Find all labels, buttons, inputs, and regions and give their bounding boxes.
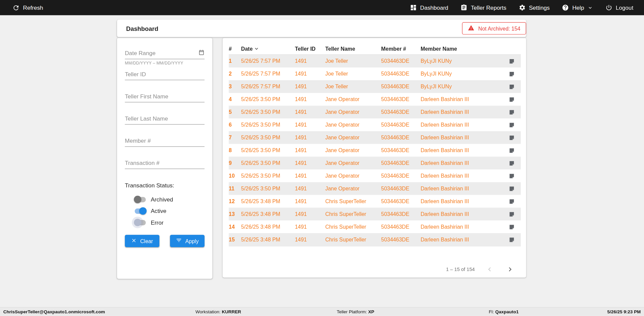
note-icon[interactable]	[509, 237, 515, 242]
pagination-range-label: 1 – 15 of 154	[446, 266, 475, 272]
not-archived-label: Not Archived: 154	[478, 25, 521, 31]
previous-page-button[interactable]	[484, 264, 495, 275]
cell-member-name: ByLyJI KUNy	[421, 84, 503, 90]
next-page-button[interactable]	[504, 264, 516, 275]
nav-dashboard[interactable]: Dashboard	[410, 4, 448, 11]
fi-status: FI: Qaxpauto1	[489, 309, 519, 314]
teller-first-name-field	[125, 92, 205, 102]
workstation-value: KURRER	[222, 309, 241, 314]
logged-in-user: ChrisSuperTeller@Qaxpauto1.onmicrosoft.c…	[3, 309, 105, 314]
table-row[interactable]: 11 5/26/25 3:50 PM 1491 Jane Operator 50…	[229, 182, 521, 195]
nav-label: Teller Reports	[471, 4, 506, 11]
apply-button[interactable]: Apply	[170, 235, 205, 247]
note-icon[interactable]	[509, 198, 515, 204]
transaction-number-input[interactable]	[125, 158, 205, 169]
table-row[interactable]: 6 5/26/25 3:50 PM 1491 Jane Operator 503…	[229, 119, 521, 131]
cell-member-number: 5034463DE	[381, 84, 421, 90]
note-icon[interactable]	[509, 84, 515, 89]
calendar-icon[interactable]	[198, 49, 204, 57]
cell-teller-name: Joe Teller	[325, 58, 381, 64]
nav-label: Logout	[616, 4, 633, 11]
row-number: 8	[229, 147, 241, 153]
note-icon[interactable]	[509, 224, 515, 230]
archived-toggle-switch[interactable]	[135, 197, 146, 202]
col-header-date[interactable]: Date	[241, 45, 295, 53]
nav-logout[interactable]: Logout	[605, 4, 633, 11]
warning-icon	[468, 25, 475, 32]
note-icon[interactable]	[509, 147, 515, 153]
note-icon[interactable]	[509, 160, 515, 166]
current-datetime: 5/26/25 9:23 PM	[607, 309, 641, 314]
member-number-input[interactable]	[125, 136, 205, 147]
cell-date: 5/26/25 3:50 PM	[241, 109, 295, 115]
note-icon[interactable]	[509, 135, 515, 140]
error-toggle-switch[interactable]	[135, 220, 146, 225]
not-archived-badge[interactable]: Not Archived: 154	[462, 22, 526, 35]
toggle-error[interactable]: Error	[135, 217, 205, 228]
table-row[interactable]: 15 5/26/25 3:48 PM 1491 Chris SuperTelle…	[229, 233, 521, 246]
row-number: 11	[229, 185, 241, 191]
col-header-teller-name[interactable]: Teller Name	[325, 46, 381, 52]
table-row[interactable]: 2 5/26/25 7:57 PM 1491 Joe Teller 503446…	[229, 67, 521, 80]
toggle-archived[interactable]: Archived	[135, 194, 205, 205]
table-row[interactable]: 5 5/26/25 3:50 PM 1491 Jane Operator 503…	[229, 106, 521, 119]
teller-last-name-input[interactable]	[125, 114, 205, 125]
cell-date: 5/26/25 3:48 PM	[241, 211, 295, 217]
table-body: 1 5/26/25 7:57 PM 1491 Joe Teller 503446…	[229, 55, 521, 246]
cell-date: 5/26/25 7:57 PM	[241, 58, 295, 64]
col-header-teller-id[interactable]: Teller ID	[295, 46, 325, 52]
table-row[interactable]: 7 5/26/25 3:50 PM 1491 Jane Operator 503…	[229, 131, 521, 144]
refresh-button[interactable]: Refresh	[12, 4, 43, 11]
cell-teller-name: Joe Teller	[325, 84, 381, 90]
note-icon[interactable]	[509, 186, 515, 191]
teller-id-input[interactable]	[125, 70, 205, 80]
nav-label: Dashboard	[420, 4, 448, 11]
page-header-card: Dashboard Not Archived: 154	[117, 20, 526, 37]
cell-date: 5/26/25 3:50 PM	[241, 134, 295, 140]
table-row[interactable]: 9 5/26/25 3:50 PM 1491 Jane Operator 503…	[229, 157, 521, 170]
cell-member-number: 5034463DE	[381, 122, 421, 128]
date-format-hint: MM/DD/YYYY – MM/DD/YYYY	[125, 61, 205, 65]
transaction-status-label: Transaction Status:	[125, 182, 205, 189]
note-icon[interactable]	[509, 96, 515, 102]
cell-member-number: 5034463DE	[381, 198, 421, 204]
table-row[interactable]: 1 5/26/25 7:57 PM 1491 Joe Teller 503446…	[229, 55, 521, 67]
note-icon[interactable]	[509, 58, 515, 64]
table-row[interactable]: 3 5/26/25 7:57 PM 1491 Joe Teller 503446…	[229, 80, 521, 93]
clear-button[interactable]: Clear	[125, 235, 159, 247]
active-toggle-switch[interactable]	[135, 208, 146, 214]
cell-date: 5/26/25 3:50 PM	[241, 160, 295, 166]
cell-member-number: 5034463DE	[381, 224, 421, 230]
nav-help[interactable]: Help	[562, 4, 593, 11]
date-range-field: MM/DD/YYYY – MM/DD/YYYY	[125, 48, 205, 65]
note-icon[interactable]	[509, 122, 515, 128]
teller-first-name-input[interactable]	[125, 92, 205, 102]
cell-teller-name: Chris SuperTeller	[325, 224, 381, 230]
toggle-active[interactable]: Active	[135, 205, 205, 217]
date-range-input[interactable]	[125, 48, 205, 59]
nav-teller-reports[interactable]: Teller Reports	[461, 4, 506, 11]
table-row[interactable]: 12 5/26/25 3:48 PM 1491 Chris SuperTelle…	[229, 195, 521, 208]
cell-member-number: 5034463DE	[381, 173, 421, 179]
cell-member-number: 5034463DE	[381, 96, 421, 102]
cell-member-name: Darleen Bashirian III	[421, 236, 503, 242]
table-row[interactable]: 4 5/26/25 3:50 PM 1491 Jane Operator 503…	[229, 93, 521, 106]
table-row[interactable]: 8 5/26/25 3:50 PM 1491 Jane Operator 503…	[229, 144, 521, 157]
platform-label: Teller Platform:	[337, 309, 367, 314]
page-title: Dashboard	[126, 25, 158, 32]
col-header-member-name[interactable]: Member Name	[421, 46, 503, 52]
note-icon[interactable]	[509, 211, 515, 217]
table-row[interactable]: 10 5/26/25 3:50 PM 1491 Jane Operator 50…	[229, 169, 521, 182]
cell-member-number: 5034463DE	[381, 185, 421, 191]
note-icon[interactable]	[509, 109, 515, 115]
note-icon[interactable]	[509, 173, 515, 179]
col-header-member-number[interactable]: Member #	[381, 46, 421, 52]
cell-member-name: Darleen Bashirian III	[421, 211, 503, 217]
app-window: Refresh Dashboard Teller Reports Setting…	[0, 0, 644, 316]
table-row[interactable]: 14 5/26/25 3:48 PM 1491 Chris SuperTelle…	[229, 220, 521, 233]
note-icon[interactable]	[509, 71, 515, 77]
table-row[interactable]: 13 5/26/25 3:48 PM 1491 Chris SuperTelle…	[229, 208, 521, 220]
cell-teller-name: Jane Operator	[325, 134, 381, 140]
cell-member-name: Darleen Bashirian III	[421, 185, 503, 191]
nav-settings[interactable]: Settings	[519, 4, 550, 11]
